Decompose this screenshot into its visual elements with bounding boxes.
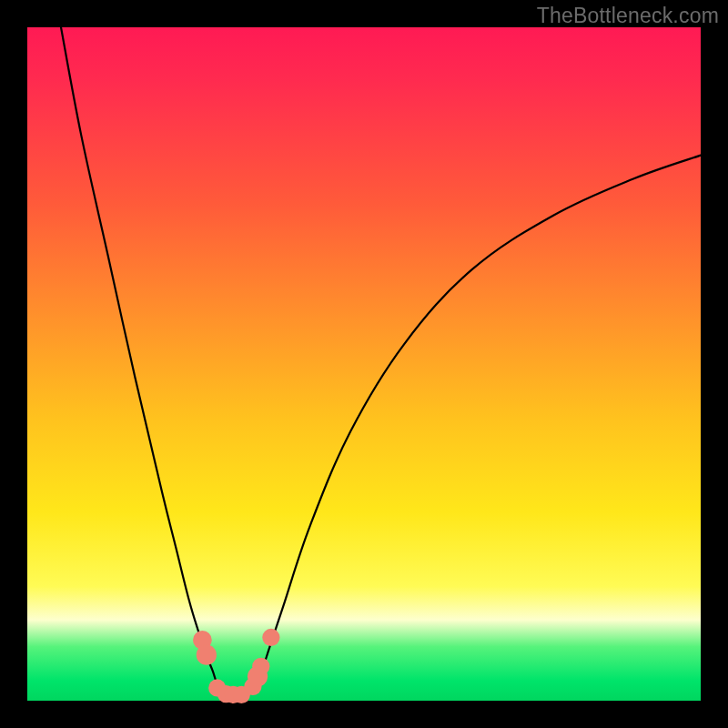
curve-left-branch [61, 27, 236, 701]
outer-frame: TheBottleneck.com [0, 0, 728, 728]
data-marker [262, 629, 279, 646]
watermark-text: TheBottleneck.com [537, 4, 719, 28]
curve-paths [61, 27, 701, 701]
curve-right-branch [236, 156, 701, 701]
marker-group [193, 629, 279, 703]
plot-area [27, 27, 701, 701]
data-marker [197, 645, 217, 665]
curve-svg [27, 27, 701, 701]
data-marker [252, 658, 269, 675]
